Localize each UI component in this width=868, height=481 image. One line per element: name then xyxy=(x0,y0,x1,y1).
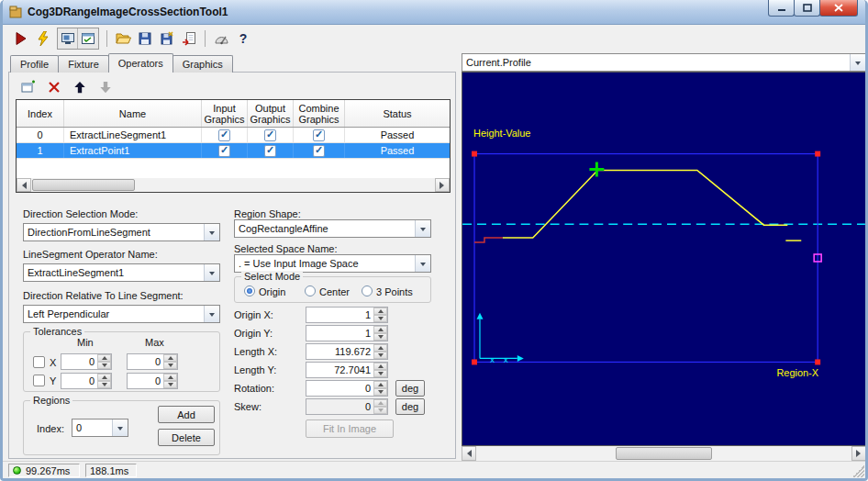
col-header-output-graphics[interactable]: OutputGraphics xyxy=(248,100,294,127)
spin-up-button[interactable] xyxy=(373,326,387,333)
spin-down-button[interactable] xyxy=(373,333,387,341)
grid-horizontal-scrollbar[interactable] xyxy=(17,178,450,192)
tolerance-y-max-spinner[interactable]: 0 xyxy=(127,373,178,389)
chevron-down-icon[interactable] xyxy=(415,220,430,237)
spin-down-button[interactable] xyxy=(97,381,111,388)
delete-region-button[interactable]: Delete xyxy=(158,429,215,446)
tolerance-x-checkbox[interactable] xyxy=(33,356,45,368)
input-graphics-checkbox[interactable] xyxy=(218,129,230,141)
spin-up-button[interactable] xyxy=(373,344,387,352)
origin-radio[interactable] xyxy=(244,285,255,296)
combine-graphics-checkbox[interactable] xyxy=(313,129,325,141)
display-horizontal-scrollbar[interactable] xyxy=(462,446,866,461)
record-selector-combo[interactable]: Current.Profile xyxy=(462,53,866,72)
chevron-down-icon[interactable] xyxy=(204,306,219,322)
angle-tool-button[interactable] xyxy=(210,28,232,50)
combine-graphics-checkbox[interactable] xyxy=(313,145,325,157)
spin-down-button[interactable] xyxy=(373,352,387,359)
import-button[interactable] xyxy=(178,28,200,50)
tolerance-x-min-spinner[interactable]: 0 xyxy=(61,353,112,370)
open-file-button[interactable] xyxy=(112,28,134,50)
col-header-index[interactable]: Index xyxy=(17,100,64,127)
spin-down-button[interactable] xyxy=(97,362,111,369)
length-y-spinner[interactable]: 72.7041 xyxy=(306,362,388,378)
spin-up-button[interactable] xyxy=(163,354,177,362)
spin-down-button[interactable] xyxy=(163,362,177,369)
scroll-right-button[interactable] xyxy=(851,446,866,461)
cell-index[interactable]: 0 xyxy=(17,128,64,142)
col-header-status[interactable]: Status xyxy=(345,100,450,127)
titlebar[interactable]: Cog3DRangeImageCrossSectionTool1 xyxy=(3,0,865,25)
tolerance-x-max-spinner[interactable]: 0 xyxy=(127,353,178,370)
chevron-down-icon[interactable] xyxy=(204,264,219,281)
tab-fixture[interactable]: Fixture xyxy=(58,55,109,73)
region-shape-combo[interactable]: CogRectangleAffine xyxy=(234,219,431,238)
cell-name[interactable]: ExtractLineSegment1 xyxy=(64,128,202,142)
spin-up-button[interactable] xyxy=(373,363,387,370)
chevron-down-icon[interactable] xyxy=(415,255,430,272)
spin-down-button[interactable] xyxy=(373,315,387,322)
spinner-value[interactable]: 0 xyxy=(61,374,97,388)
selected-space-name-combo[interactable]: . = Use Input Image Space xyxy=(234,254,431,273)
scroll-track[interactable] xyxy=(476,446,851,461)
output-graphics-checkbox[interactable] xyxy=(264,145,276,157)
run-button[interactable] xyxy=(10,28,32,50)
cell-output-graphics[interactable] xyxy=(248,128,294,142)
save-results-button[interactable] xyxy=(156,28,178,50)
spin-down-button[interactable] xyxy=(373,388,387,396)
table-row-selected[interactable]: 1 ExtractPoint1 Passed xyxy=(17,143,450,159)
region-index-combo[interactable]: 0 xyxy=(72,419,128,437)
show-image-toggle-button[interactable] xyxy=(58,28,78,49)
three-points-radio[interactable] xyxy=(362,285,373,296)
delete-operator-button[interactable] xyxy=(45,79,63,95)
spinner-value[interactable]: 1 xyxy=(306,326,373,341)
maximize-button[interactable] xyxy=(794,0,820,17)
close-button[interactable] xyxy=(819,0,858,17)
cell-combine-graphics[interactable] xyxy=(294,128,345,142)
spin-up-button[interactable] xyxy=(97,354,111,362)
chevron-down-icon[interactable] xyxy=(850,54,865,71)
spin-up-button[interactable] xyxy=(97,374,111,381)
run-once-button[interactable] xyxy=(32,28,54,50)
input-graphics-checkbox[interactable] xyxy=(218,145,230,157)
spin-up-button[interactable] xyxy=(373,308,387,315)
chevron-down-icon[interactable] xyxy=(204,224,219,240)
tab-graphics[interactable]: Graphics xyxy=(172,55,233,73)
spin-up-button[interactable] xyxy=(163,374,177,381)
skew-deg-button[interactable]: deg xyxy=(395,398,425,415)
center-radio[interactable] xyxy=(305,285,316,296)
table-row[interactable]: 0 ExtractLineSegment1 Passed xyxy=(17,128,450,143)
col-header-name[interactable]: Name xyxy=(64,100,202,127)
spin-down-button[interactable] xyxy=(163,381,177,388)
spinner-value[interactable]: 0 xyxy=(306,381,373,396)
cell-input-graphics[interactable] xyxy=(202,128,248,142)
spin-up-button[interactable] xyxy=(373,381,387,388)
col-header-combine-graphics[interactable]: CombineGraphics xyxy=(294,100,345,127)
profile-display[interactable]: xxHeight-ValueRegion-X xyxy=(462,72,866,446)
spinner-value[interactable]: 1 xyxy=(306,308,373,322)
help-button[interactable]: ? xyxy=(232,28,254,50)
move-up-button[interactable] xyxy=(71,79,89,95)
scroll-left-button[interactable] xyxy=(17,178,31,192)
direction-selection-mode-combo[interactable]: DirectionFromLineSegment xyxy=(23,223,220,241)
origin-y-spinner[interactable]: 1 xyxy=(306,325,388,341)
spinner-value[interactable]: 0 xyxy=(128,374,163,388)
scroll-left-button[interactable] xyxy=(462,446,476,461)
add-operator-button[interactable] xyxy=(19,79,38,95)
scroll-thumb[interactable] xyxy=(32,179,135,191)
tolerance-y-min-spinner[interactable]: 0 xyxy=(61,373,112,389)
col-header-input-graphics[interactable]: InputGraphics xyxy=(202,100,248,127)
spin-down-button[interactable] xyxy=(373,370,387,377)
move-down-button[interactable] xyxy=(96,79,115,95)
spinner-value[interactable]: 72.7041 xyxy=(306,363,373,377)
scroll-thumb[interactable] xyxy=(616,447,712,460)
cell-status[interactable]: Passed xyxy=(345,143,450,158)
show-result-toggle-button[interactable] xyxy=(78,28,98,49)
chevron-down-icon[interactable] xyxy=(112,419,128,436)
length-x-spinner[interactable]: 119.672 xyxy=(306,343,388,360)
minimize-button[interactable] xyxy=(768,0,795,17)
cell-status[interactable]: Passed xyxy=(345,128,450,142)
origin-x-spinner[interactable]: 1 xyxy=(306,307,388,323)
linesegment-operator-name-combo[interactable]: ExtractLineSegment1 xyxy=(23,263,220,282)
spinner-value[interactable]: 0 xyxy=(128,354,163,369)
